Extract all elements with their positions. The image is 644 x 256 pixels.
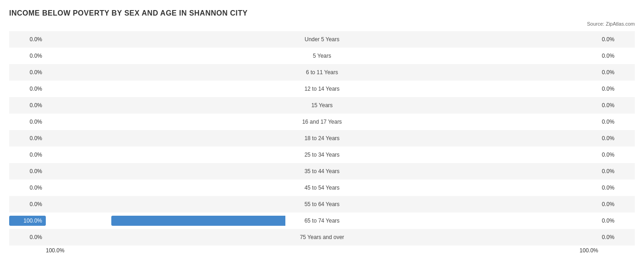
male-bar-area xyxy=(46,149,285,161)
bars-wrapper: 35 to 44 Years xyxy=(46,163,598,180)
female-bar-area xyxy=(359,33,598,45)
male-bar xyxy=(111,216,285,226)
male-bar-area xyxy=(46,50,285,62)
bar-section: 45 to 54 Years xyxy=(46,180,598,196)
bar-row: 0.0% 12 to 14 Years 0.0% xyxy=(9,81,635,97)
female-bar-area xyxy=(359,83,598,95)
bar-row: 0.0% 16 and 17 Years 0.0% xyxy=(9,114,635,130)
right-value: 0.0% xyxy=(598,234,635,240)
right-value: 0.0% xyxy=(598,168,635,174)
row-label: 75 Years and over xyxy=(285,234,359,240)
left-value: 0.0% xyxy=(9,234,46,240)
bars-wrapper: 65 to 74 Years xyxy=(46,212,598,229)
row-label: 25 to 34 Years xyxy=(285,152,359,158)
bar-section: Under 5 Years xyxy=(46,31,598,48)
bar-row: 0.0% Under 5 Years 0.0% xyxy=(9,31,635,48)
chart-title: INCOME BELOW POVERTY BY SEX AND AGE IN S… xyxy=(9,9,635,17)
female-bar-area xyxy=(359,231,598,243)
bar-row: 0.0% 25 to 34 Years 0.0% xyxy=(9,147,635,163)
chart-container: INCOME BELOW POVERTY BY SEX AND AGE IN S… xyxy=(9,9,635,256)
row-label: 55 to 64 Years xyxy=(285,201,359,207)
bar-section: 6 to 11 Years xyxy=(46,64,598,81)
bars-wrapper: 6 to 11 Years xyxy=(46,64,598,81)
right-value: 0.0% xyxy=(598,218,635,224)
bar-section: 18 to 24 Years xyxy=(46,130,598,147)
row-label: 16 and 17 Years xyxy=(285,119,359,125)
right-value: 0.0% xyxy=(598,152,635,158)
row-label: 65 to 74 Years xyxy=(285,218,359,224)
male-bar-area xyxy=(46,231,285,243)
row-label: 35 to 44 Years xyxy=(285,168,359,174)
female-bar-area xyxy=(359,182,598,194)
bar-row: 0.0% 5 Years 0.0% xyxy=(9,48,635,64)
female-bar-area xyxy=(359,198,598,210)
row-label: 45 to 54 Years xyxy=(285,185,359,191)
right-value: 0.0% xyxy=(598,36,635,43)
left-value: 0.0% xyxy=(9,185,46,191)
bar-section: 55 to 64 Years xyxy=(46,196,598,212)
right-value: 0.0% xyxy=(598,102,635,109)
row-label: 18 to 24 Years xyxy=(285,135,359,142)
male-bar-area xyxy=(46,66,285,78)
right-value: 0.0% xyxy=(598,69,635,76)
right-value: 0.0% xyxy=(598,185,635,191)
bars-wrapper: 12 to 14 Years xyxy=(46,81,598,97)
bar-section: 75 Years and over xyxy=(46,229,598,245)
female-bar-area xyxy=(359,165,598,177)
left-value: 0.0% xyxy=(9,152,46,158)
bars-wrapper: Under 5 Years xyxy=(46,31,598,48)
bars-wrapper: 45 to 54 Years xyxy=(46,180,598,196)
male-bar-area xyxy=(46,132,285,144)
left-value: 0.0% xyxy=(9,53,46,59)
female-bar-area xyxy=(359,215,598,227)
right-value: 0.0% xyxy=(598,119,635,125)
right-value: 0.0% xyxy=(598,53,635,59)
female-bar-area xyxy=(359,50,598,62)
female-bar-area xyxy=(359,116,598,128)
bottom-left-label: 100.0% xyxy=(46,247,65,254)
bars-wrapper: 5 Years xyxy=(46,48,598,64)
row-label: 5 Years xyxy=(285,53,359,59)
bar-section: 25 to 34 Years xyxy=(46,147,598,163)
female-bar-area xyxy=(359,99,598,111)
male-bar-area xyxy=(46,116,285,128)
bar-row: 0.0% 55 to 64 Years 0.0% xyxy=(9,196,635,212)
bar-section: 65 to 74 Years xyxy=(46,212,598,229)
left-value: 0.0% xyxy=(9,86,46,92)
row-label: 15 Years xyxy=(285,102,359,109)
male-bar-area xyxy=(46,83,285,95)
bars-wrapper: 18 to 24 Years xyxy=(46,130,598,147)
female-bar-area xyxy=(359,132,598,144)
female-bar-area xyxy=(359,66,598,78)
bottom-right-label: 100.0% xyxy=(579,247,598,254)
right-value: 0.0% xyxy=(598,201,635,207)
male-bar-area xyxy=(46,198,285,210)
bar-row: 0.0% 15 Years 0.0% xyxy=(9,97,635,114)
female-bar-area xyxy=(359,149,598,161)
bar-row: 0.0% 35 to 44 Years 0.0% xyxy=(9,163,635,180)
bar-section: 15 Years xyxy=(46,97,598,114)
bottom-labels: 100.0% 100.0% xyxy=(9,247,635,254)
right-value: 0.0% xyxy=(598,86,635,92)
source-line: Source: ZipAtlas.com xyxy=(9,21,635,27)
male-bar-area xyxy=(46,165,285,177)
left-value: 0.0% xyxy=(9,119,46,125)
bars-wrapper: 55 to 64 Years xyxy=(46,196,598,212)
bars-wrapper: 15 Years xyxy=(46,97,598,114)
row-label: 6 to 11 Years xyxy=(285,69,359,76)
right-value: 0.0% xyxy=(598,135,635,142)
bar-row: 0.0% 75 Years and over 0.0% xyxy=(9,229,635,245)
row-label: 12 to 14 Years xyxy=(285,86,359,92)
bars-wrapper: 75 Years and over xyxy=(46,229,598,245)
bar-row: 100.0% 65 to 74 Years 0.0% xyxy=(9,212,635,229)
bars-wrapper: 25 to 34 Years xyxy=(46,147,598,163)
left-value: 0.0% xyxy=(9,102,46,109)
bar-row: 0.0% 18 to 24 Years 0.0% xyxy=(9,130,635,147)
left-value: 0.0% xyxy=(9,36,46,43)
male-bar-area xyxy=(46,215,285,227)
bar-section: 16 and 17 Years xyxy=(46,114,598,130)
left-value: 0.0% xyxy=(9,69,46,76)
bar-row: 0.0% 45 to 54 Years 0.0% xyxy=(9,180,635,196)
bars-wrapper: 16 and 17 Years xyxy=(46,114,598,130)
row-label: Under 5 Years xyxy=(285,36,359,43)
